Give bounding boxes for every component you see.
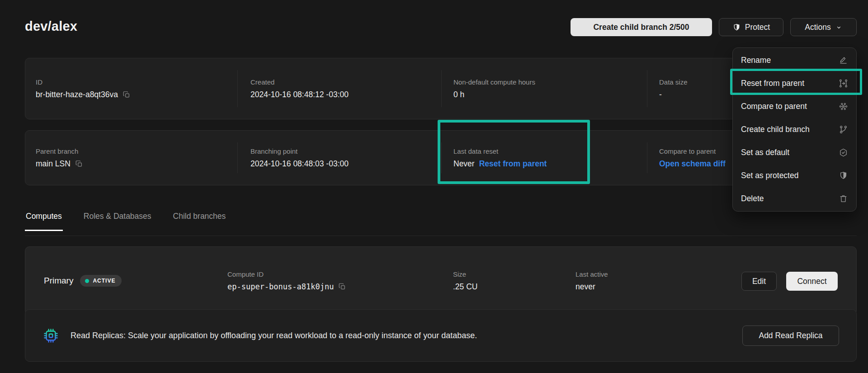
tabs-underline-track [25,236,857,236]
created-label: Created [250,78,349,86]
actions-button-label: Actions [805,23,830,32]
created-cell: Created 2024-10-16 08:48:12 -03:00 [250,78,349,99]
column-divider [441,70,442,107]
data-size-label: Data size [659,78,688,86]
data-size-value: - [659,90,662,99]
add-read-replica-button[interactable]: Add Read Replica [742,326,839,346]
parent-branch-value: main LSN [36,159,71,169]
column-divider [237,142,238,173]
compute-hours-value: 0 h [453,90,464,99]
compute-name: Primary [44,276,73,286]
tab-bar: Computes Roles & Databases Child branche… [25,212,226,231]
open-schema-diff-link[interactable]: Open schema diff [659,159,726,169]
menu-item-create-child-branch-label: Create child branch [741,125,810,134]
column-divider [237,70,238,107]
copy-icon[interactable] [338,283,346,291]
compute-name-cell: Primary ACTIVE [44,275,122,287]
compute-row: Primary ACTIVE Compute ID ep-super-bonus… [25,246,857,315]
created-value: 2024-10-16 08:48:12 -03:00 [250,90,349,99]
last-active-cell: Last active never [576,270,608,292]
last-data-reset-value: Never [453,159,475,169]
compute-hours-cell: Non-default compute hours 0 h [453,78,535,99]
compute-id-label: Compute ID [227,270,346,278]
status-badge: ACTIVE [80,275,122,287]
branch-info-card: ID br-bitter-haze-a8qt36va Created 2024-… [25,58,857,119]
branch-details-page: dev/alex Create child branch 2/500 Prote… [0,0,868,373]
read-replicas-message: Read Replicas: Scale your application by… [71,331,730,340]
compute-size-value: .25 CU [453,282,477,292]
create-child-branch-button[interactable]: Create child branch 2/500 [571,18,712,36]
column-divider [647,70,647,107]
shield-icon [732,23,741,32]
badge-check-icon [839,148,848,157]
menu-item-set-as-default[interactable]: Set as default [733,141,856,164]
actions-button[interactable]: Actions [790,18,857,36]
branch-lineage-card: Parent branch main LSN Branching point 2… [25,130,857,185]
protect-button-label: Protect [745,23,770,32]
copy-icon[interactable] [123,90,131,99]
parent-branch-cell: Parent branch main LSN [36,147,83,169]
branching-point-cell: Branching point 2024-10-16 08:48:03 -03:… [250,147,349,169]
menu-item-reset-from-parent-label: Reset from parent [741,79,804,88]
menu-item-set-as-protected[interactable]: Set as protected [733,164,856,187]
reset-from-parent-link[interactable]: Reset from parent [479,159,547,169]
menu-item-rename-label: Rename [741,56,771,65]
menu-item-rename[interactable]: Rename [733,49,856,72]
branching-point-value: 2024-10-16 08:48:03 -03:00 [250,159,349,169]
reset-from-parent-icon [839,79,848,88]
branch-id-label: ID [36,78,131,86]
tab-child-branches[interactable]: Child branches [172,212,227,231]
column-divider [647,142,647,173]
last-active-label: Last active [576,270,608,278]
compute-size-cell: Size .25 CU [453,270,477,292]
branch-id-value: br-bitter-haze-a8qt36va [36,90,118,99]
menu-item-delete[interactable]: Delete [733,187,856,210]
status-dot-icon [85,279,89,283]
compute-size-label: Size [453,270,477,278]
menu-item-delete-label: Delete [741,194,764,203]
page-title: dev/alex [25,19,77,34]
pencil-icon [839,56,848,65]
compute-id-value: ep-super-bonus-a81k0jnu [227,282,334,291]
actions-dropdown-menu: Rename Reset from parent Compare to pare… [732,47,857,212]
tab-computes[interactable]: Computes [25,212,63,231]
git-branch-icon [839,125,848,134]
chevron-down-icon [835,24,842,31]
last-active-value: never [576,282,608,292]
menu-item-set-as-default-label: Set as default [741,148,789,157]
menu-item-compare-to-parent-label: Compare to parent [741,102,807,111]
parent-branch-label: Parent branch [36,147,83,155]
last-data-reset-cell: Last data reset Never Reset from parent [453,147,547,169]
create-child-branch-label: Create child branch 2/500 [593,23,689,32]
copy-icon[interactable] [75,160,83,168]
branch-id-cell: ID br-bitter-haze-a8qt36va [36,78,131,99]
column-divider [441,142,442,173]
compute-hours-label: Non-default compute hours [453,78,535,86]
schema-diff-icon [839,102,848,111]
trash-icon [839,194,848,203]
status-badge-label: ACTIVE [93,278,115,284]
shield-icon [839,171,848,180]
compare-to-parent-label: Compare to parent [659,147,726,155]
menu-item-reset-from-parent[interactable]: Reset from parent [733,72,856,95]
menu-item-set-as-protected-label: Set as protected [741,171,798,180]
compute-id-cell: Compute ID ep-super-bonus-a81k0jnu [227,270,346,291]
compare-to-parent-cell: Compare to parent Open schema diff [659,147,726,169]
tab-roles-databases[interactable]: Roles & Databases [83,212,152,231]
last-data-reset-label: Last data reset [453,147,547,155]
protect-button[interactable]: Protect [719,18,783,36]
menu-item-compare-to-parent[interactable]: Compare to parent [733,95,856,118]
menu-item-create-child-branch[interactable]: Create child branch [733,118,856,141]
branching-point-label: Branching point [250,147,349,155]
data-size-cell: Data size - [659,78,688,99]
read-replicas-banner: Read Replicas: Scale your application by… [25,309,857,362]
edit-button[interactable]: Edit [741,272,777,291]
connect-button[interactable]: Connect [786,272,838,291]
chip-icon [43,328,58,343]
